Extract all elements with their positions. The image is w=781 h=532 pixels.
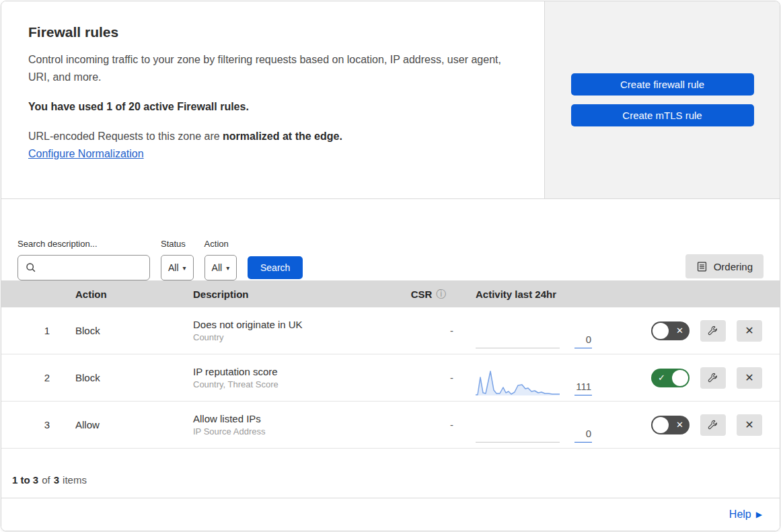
- create-mtls-rule-button[interactable]: Create mTLS rule: [571, 104, 754, 126]
- chevron-down-icon: ▾: [226, 264, 229, 272]
- rule-priority: 2: [1, 372, 59, 383]
- rule-enabled-toggle[interactable]: ✕: [651, 416, 690, 434]
- rule-priority: 1: [1, 325, 59, 336]
- rule-fields: Country, Threat Score: [193, 379, 278, 389]
- arrow-right-icon: ▶: [756, 510, 762, 519]
- toggle-knob: [653, 323, 669, 339]
- activity-sparkline-flat: [476, 323, 560, 348]
- normalization-note: URL-encoded Requests to this zone are no…: [28, 130, 517, 143]
- rule-csr-value: -: [392, 372, 466, 383]
- rule-controls: ✕ ✕: [620, 414, 780, 436]
- search-input[interactable]: [17, 255, 150, 280]
- delete-rule-button[interactable]: ✕: [737, 414, 762, 436]
- configure-rule-button[interactable]: [700, 414, 726, 436]
- rule-activity-cell: 0: [466, 313, 620, 348]
- rule-activity-cell: 0: [466, 408, 620, 443]
- rule-fields: IP Source Address: [193, 426, 265, 436]
- column-description: Description: [176, 289, 392, 300]
- configure-rule-button[interactable]: [700, 367, 726, 389]
- page-header: Firewall rules Control incoming traffic …: [1, 1, 780, 199]
- rule-enabled-toggle[interactable]: ✓: [651, 369, 690, 387]
- chevron-down-icon: ▾: [183, 264, 186, 272]
- table-row: 2 Block IP reputation score Country, Thr…: [1, 354, 780, 402]
- rule-description-cell: Allow listed IPs IP Source Address: [176, 413, 392, 436]
- table-row: 3 Allow Allow listed IPs IP Source Addre…: [1, 402, 780, 449]
- action-dropdown[interactable]: All ▾: [204, 255, 237, 280]
- x-icon: ✕: [676, 416, 683, 434]
- rule-fields: Country: [193, 332, 224, 342]
- create-firewall-rule-button[interactable]: Create firewall rule: [571, 73, 754, 96]
- search-button[interactable]: Search: [248, 256, 303, 279]
- page-description: Control incoming traffic to your zone by…: [28, 51, 509, 86]
- activity-count-link[interactable]: 0: [574, 334, 592, 348]
- items-total: 3: [54, 474, 59, 486]
- ordering-button[interactable]: Ordering: [685, 254, 764, 278]
- ordering-label: Ordering: [714, 261, 753, 272]
- rule-controls: ✕ ✕: [620, 320, 780, 342]
- column-action: Action: [59, 289, 176, 300]
- column-activity: Activity last 24hr: [466, 289, 620, 300]
- delete-rule-button[interactable]: ✕: [737, 320, 762, 342]
- rule-enabled-toggle[interactable]: ✕: [651, 321, 690, 340]
- rule-description: IP reputation score: [193, 366, 278, 377]
- rule-action: Allow: [59, 419, 176, 430]
- column-csr: CSR ⓘ: [392, 288, 466, 301]
- wrench-icon: [707, 372, 719, 384]
- search-text-input[interactable]: [37, 262, 143, 273]
- delete-rule-button[interactable]: ✕: [737, 367, 762, 389]
- list-icon: [696, 261, 708, 272]
- close-icon: ✕: [745, 371, 753, 384]
- search-icon: [25, 262, 37, 274]
- wrench-icon: [707, 325, 719, 337]
- activity-count-link[interactable]: 111: [574, 381, 592, 395]
- pagination-summary: 1 to 3 of 3 items: [1, 449, 780, 498]
- configure-normalization-link[interactable]: Configure Normalization: [28, 148, 144, 159]
- help-link[interactable]: Help ▶: [729, 508, 762, 521]
- rule-controls: ✓ ✕: [620, 367, 780, 389]
- configure-rule-button[interactable]: [700, 320, 726, 342]
- table-header: Action Description CSR ⓘ Activity last 2…: [1, 280, 780, 307]
- check-icon: ✓: [658, 369, 665, 387]
- rule-action: Block: [59, 325, 176, 336]
- usage-summary: You have used 1 of 20 active Firewall ru…: [28, 101, 517, 113]
- toggle-knob: [653, 417, 669, 433]
- wrench-icon: [707, 419, 719, 431]
- x-icon: ✕: [676, 321, 683, 340]
- action-value: All: [212, 262, 223, 273]
- search-label: Search description...: [17, 239, 150, 249]
- rule-activity-cell: 111: [466, 360, 620, 395]
- status-value: All: [168, 262, 179, 273]
- activity-count-link[interactable]: 0: [574, 428, 592, 443]
- firewall-rules-card: Firewall rules Control incoming traffic …: [1, 1, 780, 531]
- activity-sparkline: [476, 370, 560, 395]
- action-label: Action: [204, 239, 237, 249]
- items-label: items: [63, 474, 87, 486]
- actions-panel: Create firewall rule Create mTLS rule: [544, 1, 780, 198]
- status-label: Status: [161, 239, 194, 249]
- rule-csr-value: -: [392, 419, 466, 430]
- table-row: 1 Block Does not originate in UK Country…: [1, 307, 780, 354]
- page-title: Firewall rules: [28, 24, 517, 40]
- close-icon: ✕: [745, 418, 753, 431]
- rule-description-cell: IP reputation score Country, Threat Scor…: [176, 366, 392, 389]
- close-icon: ✕: [745, 324, 753, 337]
- normalization-bold: normalized at the edge.: [223, 130, 342, 142]
- info-icon[interactable]: ⓘ: [436, 288, 446, 301]
- toggle-knob: [672, 370, 688, 386]
- rule-description: Allow listed IPs: [193, 413, 261, 424]
- activity-sparkline-flat: [476, 417, 560, 443]
- filter-bar: Search description... Status All ▾ Actio…: [1, 199, 780, 280]
- items-range: 1 to 3: [12, 474, 38, 486]
- rule-action: Block: [59, 372, 176, 383]
- items-of: of: [42, 474, 50, 486]
- normalization-text: URL-encoded Requests to this zone are: [28, 130, 223, 142]
- help-label: Help: [729, 508, 751, 521]
- rule-csr-value: -: [392, 325, 466, 336]
- help-bar: Help ▶: [1, 498, 780, 531]
- rule-description-cell: Does not originate in UK Country: [176, 319, 392, 342]
- rule-priority: 3: [1, 419, 59, 430]
- status-dropdown[interactable]: All ▾: [161, 255, 194, 280]
- header-text-block: Firewall rules Control incoming traffic …: [1, 1, 544, 198]
- rule-description: Does not originate in UK: [193, 319, 303, 330]
